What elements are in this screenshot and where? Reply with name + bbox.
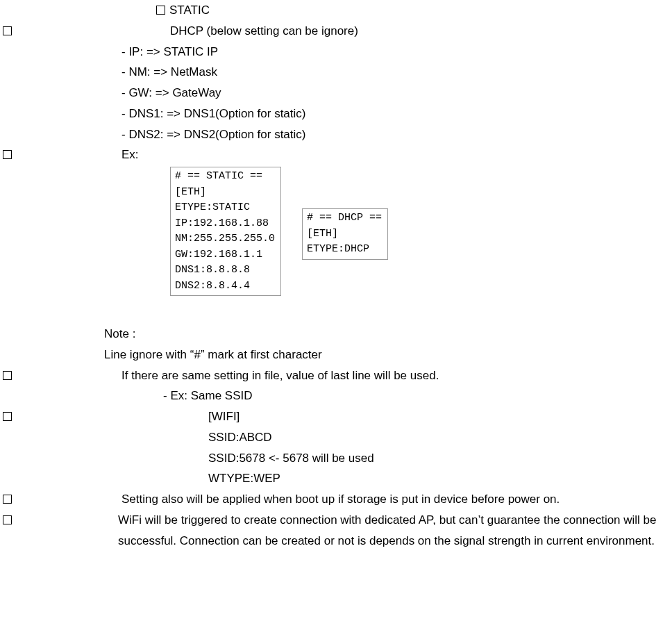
option-static: STATIC xyxy=(169,0,210,21)
field-ip: - IP: => STATIC IP xyxy=(121,42,672,63)
bullet-square xyxy=(3,26,12,35)
field-dns1: - DNS1: => DNS1(Option for static) xyxy=(121,104,672,124)
bullet-square xyxy=(3,150,12,159)
code-block-dhcp: # == DHCP == [ETH] ETYPE:DHCP xyxy=(302,208,388,260)
wtype-line: WTYPE:WEP xyxy=(208,468,672,489)
ssid-line-1: SSID:ABCD xyxy=(208,427,672,448)
field-dns2: - DNS2: => DNS2(Option for static) xyxy=(121,124,672,145)
bullet-square xyxy=(3,515,12,524)
code-block-static: # == STATIC == [ETH] ETYPE:STATIC IP:192… xyxy=(170,167,281,296)
note-bootup: Setting also will be applied when boot u… xyxy=(121,493,560,506)
option-dhcp: DHCP (below setting can be ignore) xyxy=(170,24,358,38)
bullet-square xyxy=(3,371,12,380)
bullet-square xyxy=(3,495,12,504)
wifi-header: [WIFI] xyxy=(208,410,240,423)
example-same-ssid: - Ex: Same SSID xyxy=(163,386,672,406)
field-nm: - NM: => NetMask xyxy=(121,62,672,83)
ssid-line-2: SSID:5678 <- 5678 will be used xyxy=(208,448,672,469)
note-same-setting: If there are same setting in file, value… xyxy=(121,369,439,382)
bullet-square xyxy=(3,412,12,421)
note-hash-line: Line ignore with “#” mark at first chara… xyxy=(104,345,672,365)
note-heading: Note : xyxy=(104,324,672,345)
note-wifi-trigger: WiFi will be triggered to create connect… xyxy=(118,513,657,547)
field-gw: - GW: => GateWay xyxy=(121,83,672,104)
bullet-square xyxy=(156,6,165,15)
example-label: Ex: xyxy=(121,148,139,161)
